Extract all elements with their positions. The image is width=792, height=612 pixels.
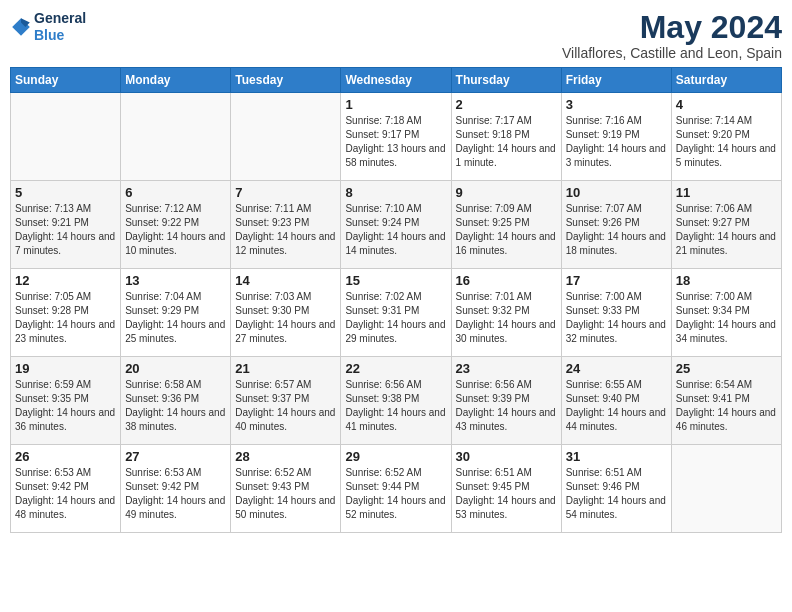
calendar-cell: 17Sunrise: 7:00 AM Sunset: 9:33 PM Dayli… — [561, 269, 671, 357]
cell-info: Sunrise: 6:58 AM Sunset: 9:36 PM Dayligh… — [125, 378, 226, 434]
calendar-cell: 25Sunrise: 6:54 AM Sunset: 9:41 PM Dayli… — [671, 357, 781, 445]
day-number: 16 — [456, 273, 557, 288]
day-number: 6 — [125, 185, 226, 200]
logo-icon — [10, 16, 32, 38]
calendar-week-1: 1Sunrise: 7:18 AM Sunset: 9:17 PM Daylig… — [11, 93, 782, 181]
calendar-body: 1Sunrise: 7:18 AM Sunset: 9:17 PM Daylig… — [11, 93, 782, 533]
cell-info: Sunrise: 7:14 AM Sunset: 9:20 PM Dayligh… — [676, 114, 777, 170]
calendar-cell — [231, 93, 341, 181]
day-number: 7 — [235, 185, 336, 200]
logo-text: General Blue — [34, 10, 86, 44]
cell-info: Sunrise: 6:53 AM Sunset: 9:42 PM Dayligh… — [15, 466, 116, 522]
logo: General Blue — [10, 10, 86, 44]
calendar-cell: 12Sunrise: 7:05 AM Sunset: 9:28 PM Dayli… — [11, 269, 121, 357]
cell-info: Sunrise: 6:52 AM Sunset: 9:43 PM Dayligh… — [235, 466, 336, 522]
weekday-header-row: SundayMondayTuesdayWednesdayThursdayFrid… — [11, 68, 782, 93]
cell-info: Sunrise: 6:52 AM Sunset: 9:44 PM Dayligh… — [345, 466, 446, 522]
calendar-week-2: 5Sunrise: 7:13 AM Sunset: 9:21 PM Daylig… — [11, 181, 782, 269]
cell-info: Sunrise: 7:05 AM Sunset: 9:28 PM Dayligh… — [15, 290, 116, 346]
day-number: 11 — [676, 185, 777, 200]
day-number: 22 — [345, 361, 446, 376]
day-number: 2 — [456, 97, 557, 112]
weekday-header-sunday: Sunday — [11, 68, 121, 93]
cell-info: Sunrise: 6:51 AM Sunset: 9:46 PM Dayligh… — [566, 466, 667, 522]
day-number: 14 — [235, 273, 336, 288]
day-number: 15 — [345, 273, 446, 288]
weekday-header-monday: Monday — [121, 68, 231, 93]
weekday-header-tuesday: Tuesday — [231, 68, 341, 93]
title-area: May 2024 Villaflores, Castille and Leon,… — [562, 10, 782, 61]
calendar-table: SundayMondayTuesdayWednesdayThursdayFrid… — [10, 67, 782, 533]
cell-info: Sunrise: 6:59 AM Sunset: 9:35 PM Dayligh… — [15, 378, 116, 434]
cell-info: Sunrise: 7:09 AM Sunset: 9:25 PM Dayligh… — [456, 202, 557, 258]
cell-info: Sunrise: 7:00 AM Sunset: 9:33 PM Dayligh… — [566, 290, 667, 346]
calendar-cell: 20Sunrise: 6:58 AM Sunset: 9:36 PM Dayli… — [121, 357, 231, 445]
calendar-cell: 6Sunrise: 7:12 AM Sunset: 9:22 PM Daylig… — [121, 181, 231, 269]
header: General Blue May 2024 Villaflores, Casti… — [10, 10, 782, 61]
cell-info: Sunrise: 7:03 AM Sunset: 9:30 PM Dayligh… — [235, 290, 336, 346]
calendar-cell: 7Sunrise: 7:11 AM Sunset: 9:23 PM Daylig… — [231, 181, 341, 269]
cell-info: Sunrise: 7:07 AM Sunset: 9:26 PM Dayligh… — [566, 202, 667, 258]
calendar-cell — [11, 93, 121, 181]
calendar-cell: 28Sunrise: 6:52 AM Sunset: 9:43 PM Dayli… — [231, 445, 341, 533]
day-number: 3 — [566, 97, 667, 112]
day-number: 10 — [566, 185, 667, 200]
cell-info: Sunrise: 7:17 AM Sunset: 9:18 PM Dayligh… — [456, 114, 557, 170]
cell-info: Sunrise: 7:02 AM Sunset: 9:31 PM Dayligh… — [345, 290, 446, 346]
day-number: 26 — [15, 449, 116, 464]
calendar-cell — [671, 445, 781, 533]
day-number: 20 — [125, 361, 226, 376]
cell-info: Sunrise: 7:18 AM Sunset: 9:17 PM Dayligh… — [345, 114, 446, 170]
day-number: 23 — [456, 361, 557, 376]
cell-info: Sunrise: 6:57 AM Sunset: 9:37 PM Dayligh… — [235, 378, 336, 434]
cell-info: Sunrise: 6:56 AM Sunset: 9:39 PM Dayligh… — [456, 378, 557, 434]
cell-info: Sunrise: 6:56 AM Sunset: 9:38 PM Dayligh… — [345, 378, 446, 434]
day-number: 28 — [235, 449, 336, 464]
calendar-cell: 24Sunrise: 6:55 AM Sunset: 9:40 PM Dayli… — [561, 357, 671, 445]
cell-info: Sunrise: 7:01 AM Sunset: 9:32 PM Dayligh… — [456, 290, 557, 346]
day-number: 13 — [125, 273, 226, 288]
calendar-cell: 5Sunrise: 7:13 AM Sunset: 9:21 PM Daylig… — [11, 181, 121, 269]
calendar-cell: 1Sunrise: 7:18 AM Sunset: 9:17 PM Daylig… — [341, 93, 451, 181]
calendar-cell — [121, 93, 231, 181]
calendar-cell: 18Sunrise: 7:00 AM Sunset: 9:34 PM Dayli… — [671, 269, 781, 357]
day-number: 31 — [566, 449, 667, 464]
cell-info: Sunrise: 7:13 AM Sunset: 9:21 PM Dayligh… — [15, 202, 116, 258]
day-number: 18 — [676, 273, 777, 288]
calendar-cell: 16Sunrise: 7:01 AM Sunset: 9:32 PM Dayli… — [451, 269, 561, 357]
cell-info: Sunrise: 7:06 AM Sunset: 9:27 PM Dayligh… — [676, 202, 777, 258]
cell-info: Sunrise: 6:55 AM Sunset: 9:40 PM Dayligh… — [566, 378, 667, 434]
calendar-cell: 29Sunrise: 6:52 AM Sunset: 9:44 PM Dayli… — [341, 445, 451, 533]
calendar-cell: 10Sunrise: 7:07 AM Sunset: 9:26 PM Dayli… — [561, 181, 671, 269]
calendar-cell: 4Sunrise: 7:14 AM Sunset: 9:20 PM Daylig… — [671, 93, 781, 181]
calendar-cell: 27Sunrise: 6:53 AM Sunset: 9:42 PM Dayli… — [121, 445, 231, 533]
day-number: 1 — [345, 97, 446, 112]
calendar-cell: 3Sunrise: 7:16 AM Sunset: 9:19 PM Daylig… — [561, 93, 671, 181]
calendar-cell: 13Sunrise: 7:04 AM Sunset: 9:29 PM Dayli… — [121, 269, 231, 357]
cell-info: Sunrise: 6:51 AM Sunset: 9:45 PM Dayligh… — [456, 466, 557, 522]
day-number: 8 — [345, 185, 446, 200]
cell-info: Sunrise: 6:53 AM Sunset: 9:42 PM Dayligh… — [125, 466, 226, 522]
cell-info: Sunrise: 7:12 AM Sunset: 9:22 PM Dayligh… — [125, 202, 226, 258]
calendar-week-5: 26Sunrise: 6:53 AM Sunset: 9:42 PM Dayli… — [11, 445, 782, 533]
cell-info: Sunrise: 6:54 AM Sunset: 9:41 PM Dayligh… — [676, 378, 777, 434]
day-number: 9 — [456, 185, 557, 200]
day-number: 24 — [566, 361, 667, 376]
calendar-cell: 31Sunrise: 6:51 AM Sunset: 9:46 PM Dayli… — [561, 445, 671, 533]
weekday-header-thursday: Thursday — [451, 68, 561, 93]
calendar-cell: 19Sunrise: 6:59 AM Sunset: 9:35 PM Dayli… — [11, 357, 121, 445]
cell-info: Sunrise: 7:10 AM Sunset: 9:24 PM Dayligh… — [345, 202, 446, 258]
calendar-cell: 11Sunrise: 7:06 AM Sunset: 9:27 PM Dayli… — [671, 181, 781, 269]
calendar-cell: 30Sunrise: 6:51 AM Sunset: 9:45 PM Dayli… — [451, 445, 561, 533]
day-number: 29 — [345, 449, 446, 464]
calendar-cell: 21Sunrise: 6:57 AM Sunset: 9:37 PM Dayli… — [231, 357, 341, 445]
day-number: 17 — [566, 273, 667, 288]
weekday-header-wednesday: Wednesday — [341, 68, 451, 93]
calendar-cell: 9Sunrise: 7:09 AM Sunset: 9:25 PM Daylig… — [451, 181, 561, 269]
calendar-cell: 2Sunrise: 7:17 AM Sunset: 9:18 PM Daylig… — [451, 93, 561, 181]
weekday-header-friday: Friday — [561, 68, 671, 93]
day-number: 27 — [125, 449, 226, 464]
weekday-header-saturday: Saturday — [671, 68, 781, 93]
month-title: May 2024 — [562, 10, 782, 45]
cell-info: Sunrise: 7:00 AM Sunset: 9:34 PM Dayligh… — [676, 290, 777, 346]
